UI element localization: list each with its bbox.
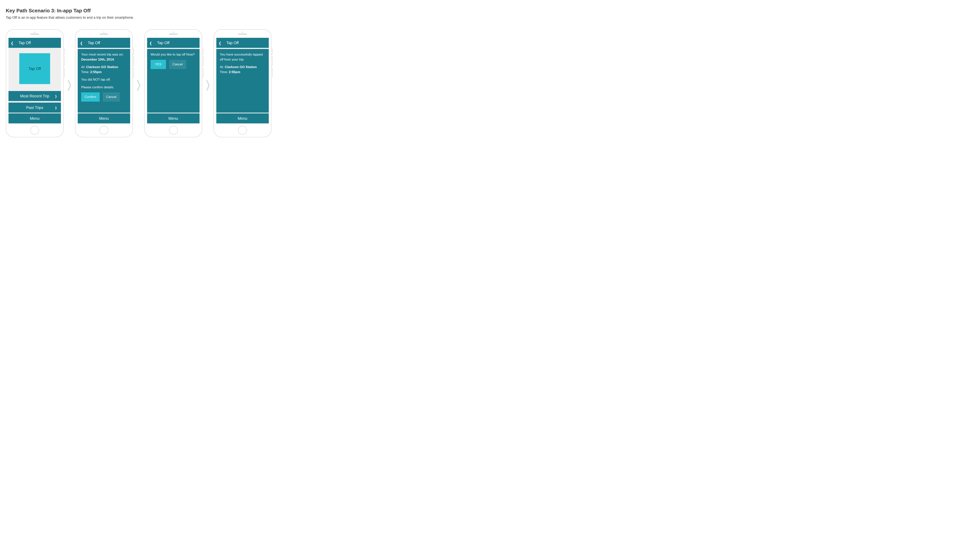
phone-frame-2: ‹ Tap Off Your most recent trip was on: … <box>75 29 133 137</box>
trip-details-panel: Your most recent trip was on: December 1… <box>78 49 130 112</box>
scenario-flow: ‹ Tap Off Tap Off Most Recent Trip › Pas… <box>6 29 958 137</box>
menu-button[interactable]: Menu <box>78 112 130 124</box>
phone-camera <box>103 32 104 33</box>
header-title: Tap Off <box>18 41 31 45</box>
back-icon[interactable]: ‹ <box>11 38 13 47</box>
trip-time: 2:55pm <box>90 70 102 74</box>
location-time-line: At: Clarkson GO Station Time: 2:55pm <box>220 65 265 75</box>
phone-side-button <box>272 68 273 78</box>
phone-frame-4: ‹ Tap Off You have successfully tapped o… <box>213 29 272 137</box>
trip-date: December 10th, 2014 <box>81 58 114 61</box>
menu-button[interactable]: Menu <box>147 112 200 124</box>
phone-frame-3: ‹ Tap Off Would you like to tap off Now?… <box>144 29 202 137</box>
tapoff-prompt-panel: Would you like to tap off Now? YES Cance… <box>147 49 200 112</box>
page-subheading: Tap Off is an in-app feature that allows… <box>6 16 958 20</box>
app-header: ‹ Tap Off <box>216 38 269 48</box>
flow-arrow-icon: › <box>206 70 210 97</box>
app-screen-2: ‹ Tap Off Your most recent trip was on: … <box>78 38 130 124</box>
back-icon[interactable]: ‹ <box>219 38 221 47</box>
cancel-button[interactable]: Cancel <box>169 60 186 69</box>
phone-speaker <box>31 34 39 35</box>
phone-speaker <box>100 34 108 35</box>
phone-side-button <box>133 56 134 66</box>
not-tapped-off-text: You did NOT tap off. <box>81 77 127 82</box>
app-screen-3: ‹ Tap Off Would you like to tap off Now?… <box>147 38 200 124</box>
text: At: <box>81 65 86 69</box>
recent-trip-line: Your most recent trip was on: December 1… <box>81 52 127 62</box>
app-screen-4: ‹ Tap Off You have successfully tapped o… <box>216 38 269 124</box>
phone-side-button <box>202 56 204 66</box>
app-header: ‹ Tap Off <box>8 38 61 48</box>
header-title: Tap Off <box>88 41 100 45</box>
phone-side-button <box>64 68 65 78</box>
phone-side-button <box>133 49 134 55</box>
nav-label: Past Trips <box>26 106 43 110</box>
trip-station: Clarkson GO Station <box>225 65 257 69</box>
confirm-button[interactable]: Confirm <box>81 92 100 102</box>
tapoff-button[interactable]: Tap Off <box>19 53 50 84</box>
text: At: <box>220 65 225 69</box>
menu-button[interactable]: Menu <box>216 112 269 124</box>
phone-frame-1: ‹ Tap Off Tap Off Most Recent Trip › Pas… <box>6 29 64 137</box>
menu-button[interactable]: Menu <box>8 112 61 124</box>
phone-home-button[interactable] <box>169 126 178 135</box>
back-icon[interactable]: ‹ <box>80 38 82 47</box>
success-panel: You have successfully tapped off from yo… <box>216 49 269 112</box>
phone-side-button <box>64 56 65 66</box>
phone-camera <box>34 32 35 33</box>
phone-speaker <box>238 34 247 35</box>
button-row: YES Cancel <box>151 60 196 69</box>
chevron-right-icon: › <box>55 92 57 100</box>
confirm-prompt-text: Please confirm details. <box>81 85 127 90</box>
phone-side-button <box>133 68 134 78</box>
button-row: Confirm Cancel <box>81 92 127 102</box>
phone-home-button[interactable] <box>238 126 247 135</box>
phone-speaker <box>169 34 177 35</box>
app-screen-1: ‹ Tap Off Tap Off Most Recent Trip › Pas… <box>8 38 61 124</box>
header-title: Tap Off <box>157 41 169 45</box>
text: . <box>114 58 115 61</box>
trip-time: 2:55pm <box>229 70 240 74</box>
back-icon[interactable]: ‹ <box>150 38 152 47</box>
nav-label: Most Recent Trip <box>20 94 49 98</box>
text: Your most recent trip was on: <box>81 53 124 56</box>
text: Time: <box>220 70 229 74</box>
phone-side-button <box>272 49 273 55</box>
flow-arrow-icon: › <box>136 70 141 97</box>
phone-side-button <box>202 49 204 55</box>
phone-camera <box>173 32 174 33</box>
phone-camera <box>242 32 243 33</box>
nav-past-trips[interactable]: Past Trips › <box>8 103 61 112</box>
app-header: ‹ Tap Off <box>78 38 130 48</box>
phone-home-button[interactable] <box>99 126 108 135</box>
nav-most-recent-trip[interactable]: Most Recent Trip › <box>8 91 61 101</box>
header-title: Tap Off <box>226 41 239 45</box>
phone-home-button[interactable] <box>30 126 39 135</box>
success-message: You have successfully tapped off from yo… <box>220 52 265 62</box>
trip-station: Clarkson GO Station <box>86 65 118 69</box>
phone-side-button <box>64 49 65 55</box>
app-header: ‹ Tap Off <box>147 38 200 48</box>
tapoff-prompt-text: Would you like to tap off Now? <box>151 52 196 57</box>
location-time-line: At: Clarkson GO Station Time: 2:55pm <box>81 65 127 75</box>
flow-arrow-icon: › <box>67 70 72 97</box>
tapoff-area: Tap Off <box>8 48 61 90</box>
cancel-button[interactable]: Cancel <box>103 92 120 102</box>
page-heading: Key Path Scenario 3: In-app Tap Off <box>6 8 958 14</box>
text: Time: <box>81 70 90 74</box>
phone-side-button <box>202 68 204 78</box>
chevron-right-icon: › <box>55 104 57 111</box>
phone-side-button <box>272 56 273 66</box>
yes-button[interactable]: YES <box>151 60 166 69</box>
